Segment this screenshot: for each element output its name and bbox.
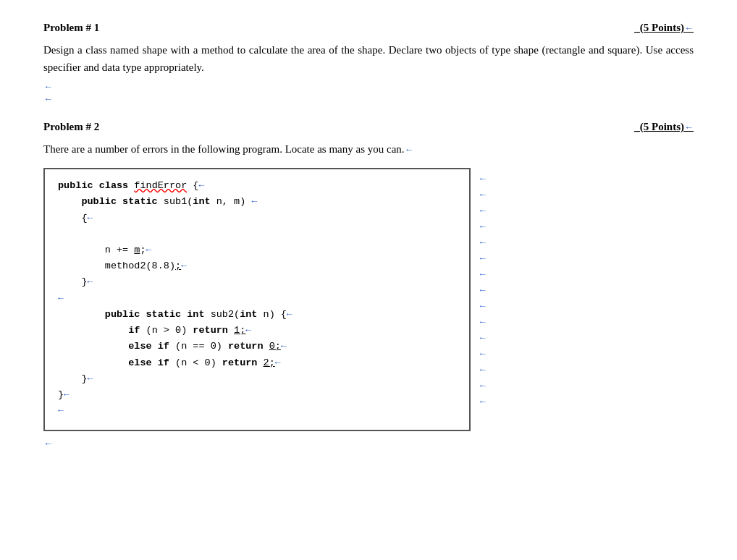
close-brace14: } xyxy=(58,389,64,400)
kw-public-static-1: public static xyxy=(81,196,163,207)
cond-12: (n < 0) xyxy=(175,357,222,368)
semicolon6: ; xyxy=(175,260,181,271)
kw-public-static-2: public static int xyxy=(105,309,211,320)
rarrow-10: ← xyxy=(478,314,487,330)
rarrow-11: ← xyxy=(478,330,487,346)
indent-11 xyxy=(58,341,128,352)
rarrow-2: ← xyxy=(478,187,487,203)
code-line-11: else if (n == 0) return 0;← xyxy=(58,339,456,355)
line1-arrow: ← xyxy=(198,180,204,191)
indent-10 xyxy=(58,325,128,336)
code-line-15: ← xyxy=(58,403,456,419)
cond-11: (n == 0) xyxy=(175,341,228,352)
line7-arrow: ← xyxy=(88,276,93,287)
problem2-points-arrow: ← xyxy=(684,122,694,132)
code-line-6: method2(8.8);← xyxy=(58,258,456,274)
close-brace7: } xyxy=(81,276,87,287)
kw-public-1: public class xyxy=(58,180,134,191)
problem1-header: Problem # 1 _(5 Points)← xyxy=(43,22,694,34)
code-line-12: else if (n < 0) return 2;← xyxy=(58,355,456,371)
problem1-return1: ← xyxy=(43,81,53,92)
line8-left-arrow: ← xyxy=(58,293,64,304)
line2-arrow: ← xyxy=(251,196,257,207)
ret-val-12: 2; xyxy=(264,357,275,368)
kw-return-10: return xyxy=(193,325,234,336)
code-line-5: n += m;← xyxy=(58,242,456,258)
code-line-7: }← xyxy=(58,274,456,290)
line11-arrow: ← xyxy=(281,341,287,352)
method-sig2: sub2(int n) { xyxy=(211,309,287,320)
line15-arrow: ← xyxy=(58,405,64,416)
problem1-title: Problem # 1 xyxy=(43,22,99,34)
line13-arrow: ← xyxy=(88,373,93,384)
line3-arrow: ← xyxy=(88,213,93,224)
rarrow-8: ← xyxy=(478,282,487,298)
code-line-13: }← xyxy=(58,371,456,387)
ret-val-11: 0; xyxy=(269,341,281,352)
rarrow-6: ← xyxy=(478,250,487,266)
rarrow-9: ← xyxy=(478,298,487,314)
problem1-section: Problem # 1 _(5 Points)← Design a class … xyxy=(43,22,694,105)
kw-if: if xyxy=(128,325,146,336)
problem1-return-line1: ← xyxy=(43,80,694,93)
line9-arrow: ← xyxy=(287,309,292,320)
brace-line3: { xyxy=(81,213,87,224)
method-sig: sub1(int n, m) xyxy=(164,196,252,207)
bottom-return: ← xyxy=(43,438,53,449)
indent-13 xyxy=(58,373,81,384)
kw-return-12: return xyxy=(222,357,264,368)
line6-arrow: ← xyxy=(181,260,187,271)
code-line-1: public class findError {← xyxy=(58,178,456,194)
kw-else-if-12: else if xyxy=(128,357,175,368)
problem2-intro: There are a number of errors in the foll… xyxy=(43,140,694,158)
code-line-9: public static int sub2(int n) {← xyxy=(58,307,456,323)
indent-3 xyxy=(58,213,81,224)
problem2-header: Problem # 2 _(5 Points)← xyxy=(43,121,694,133)
code-line-2: public static sub1(int n, m) ← xyxy=(58,194,456,210)
problem2-intro-text: There are a number of errors in the foll… xyxy=(43,143,405,155)
rarrow-1: ← xyxy=(478,171,487,187)
kw-else-if-11: else if xyxy=(128,341,175,352)
ret-val-10: 1; xyxy=(234,325,245,336)
brace-open: { xyxy=(187,180,198,191)
cond-10: (n > 0) xyxy=(146,325,193,336)
page: Problem # 1 _(5 Points)← Design a class … xyxy=(43,22,694,449)
indent-6 xyxy=(58,260,105,271)
problem1-body: Design a class named shape with a method… xyxy=(43,41,694,76)
kw-return-11: return xyxy=(228,341,269,352)
close-brace13: } xyxy=(81,373,87,384)
semicolon5: ; xyxy=(140,245,146,255)
problem1-return-line2: ← xyxy=(43,93,694,105)
rarrow-5: ← xyxy=(478,234,487,250)
indent-2 xyxy=(58,196,81,207)
line10-arrow: ← xyxy=(245,325,251,336)
code-line-14: }← xyxy=(58,387,456,403)
rarrow-13: ← xyxy=(478,362,487,378)
line5-arrow: ← xyxy=(146,245,152,255)
code-line-10: if (n > 0) return 1;← xyxy=(58,323,456,339)
code-line-4 xyxy=(58,226,456,242)
problem1-points-text: _(5 Points) xyxy=(634,22,684,33)
problem1-points: _(5 Points)← xyxy=(634,22,694,34)
indent-5 xyxy=(58,245,105,255)
code-box: public class findError {← public static … xyxy=(43,168,471,431)
problem2-points: _(5 Points)← xyxy=(634,121,694,133)
code-line-3: {← xyxy=(58,211,456,226)
code-container: public class findError {← public static … xyxy=(43,168,694,431)
assign-n: n += xyxy=(105,245,135,255)
indent-12 xyxy=(58,357,128,368)
rarrow-14: ← xyxy=(478,378,487,394)
problem2-title: Problem # 2 xyxy=(43,121,99,133)
right-arrows-column: ← ← ← ← ← ← ← ← ← ← ← ← ← ← ← xyxy=(478,168,487,410)
rarrow-12: ← xyxy=(478,346,487,362)
line12-arrow: ← xyxy=(275,357,281,368)
code-line-8: ← xyxy=(58,291,456,307)
indent-7 xyxy=(58,276,81,287)
problem2-section: Problem # 2 _(5 Points)← There are a num… xyxy=(43,121,694,449)
rarrow-7: ← xyxy=(478,266,487,282)
problem1-points-arrow: ← xyxy=(684,22,694,33)
rarrow-4: ← xyxy=(478,219,487,234)
method2-call: method2(8.8) xyxy=(105,260,175,271)
problem2-intro-arrow: ← xyxy=(405,144,414,155)
class-name: findError xyxy=(134,180,187,191)
